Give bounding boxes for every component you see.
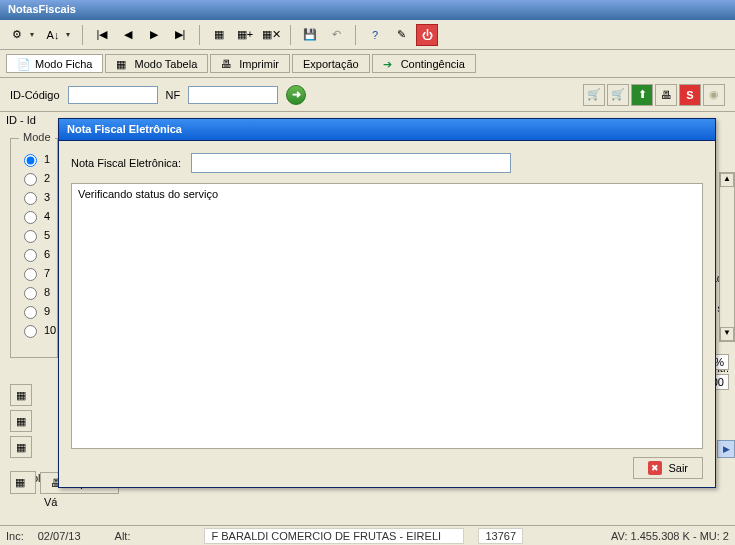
- dialog-titlebar[interactable]: Nota Fiscal Eletrônica: [59, 119, 715, 141]
- nfe-field-label: Nota Fiscal Eletrônica:: [71, 157, 181, 169]
- sair-button[interactable]: ✖ Sair: [633, 457, 703, 479]
- dialog-body: Nota Fiscal Eletrônica: Verificando stat…: [59, 141, 715, 487]
- dialog-title: Nota Fiscal Eletrônica: [67, 123, 182, 135]
- nfe-input[interactable]: [191, 153, 511, 173]
- nfe-dialog: Nota Fiscal Eletrônica Nota Fiscal Eletr…: [58, 118, 716, 488]
- dialog-input-row: Nota Fiscal Eletrônica:: [71, 153, 703, 173]
- dialog-log: Verificando status do serviço: [71, 183, 703, 449]
- sair-label: Sair: [668, 462, 688, 474]
- dialog-footer: ✖ Sair: [71, 449, 703, 479]
- dialog-log-text: Verificando status do serviço: [78, 188, 218, 200]
- dialog-overlay: Nota Fiscal Eletrônica Nota Fiscal Eletr…: [0, 0, 735, 545]
- exit-icon: ✖: [648, 461, 662, 475]
